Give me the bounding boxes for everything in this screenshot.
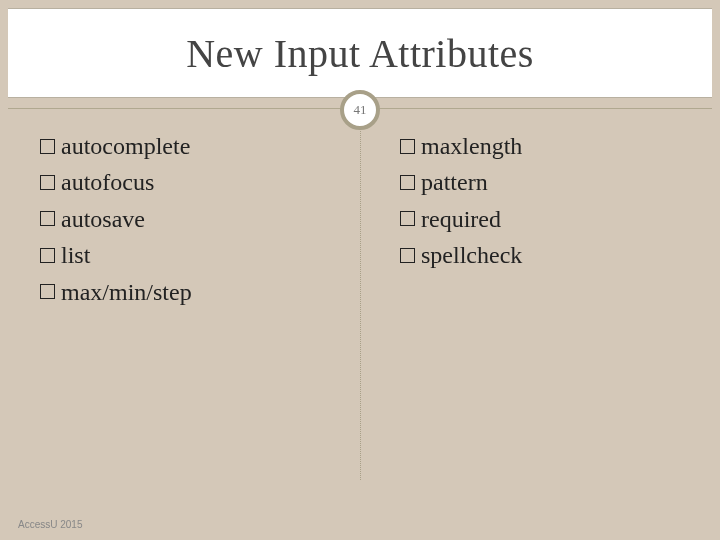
checkbox-bullet-icon bbox=[40, 211, 55, 226]
list-item: required bbox=[400, 203, 680, 235]
attribute-label: required bbox=[421, 203, 501, 235]
list-item: max/min/step bbox=[40, 276, 330, 308]
attribute-label: spellcheck bbox=[421, 239, 522, 271]
slide: New Input Attributes 41 autocomplete aut… bbox=[0, 0, 720, 540]
list-item: autocomplete bbox=[40, 130, 330, 162]
attribute-label: autocomplete bbox=[61, 130, 190, 162]
list-item: maxlength bbox=[400, 130, 680, 162]
list-item: list bbox=[40, 239, 330, 271]
list-item: pattern bbox=[400, 166, 680, 198]
checkbox-bullet-icon bbox=[40, 139, 55, 154]
checkbox-bullet-icon bbox=[40, 175, 55, 190]
checkbox-bullet-icon bbox=[400, 248, 415, 263]
list-item: autofocus bbox=[40, 166, 330, 198]
checkbox-bullet-icon bbox=[400, 139, 415, 154]
attribute-label: autosave bbox=[61, 203, 145, 235]
list-item: spellcheck bbox=[400, 239, 680, 271]
attribute-label: autofocus bbox=[61, 166, 154, 198]
page-number: 41 bbox=[354, 102, 367, 118]
slide-title: New Input Attributes bbox=[186, 30, 534, 77]
right-column: maxlength pattern required spellcheck bbox=[360, 130, 690, 490]
left-column: autocomplete autofocus autosave list max… bbox=[30, 130, 360, 490]
checkbox-bullet-icon bbox=[40, 248, 55, 263]
content-area: autocomplete autofocus autosave list max… bbox=[30, 130, 690, 490]
attribute-label: maxlength bbox=[421, 130, 522, 162]
checkbox-bullet-icon bbox=[400, 175, 415, 190]
attribute-label: max/min/step bbox=[61, 276, 192, 308]
footer-text: AccessU 2015 bbox=[18, 519, 82, 530]
list-item: autosave bbox=[40, 203, 330, 235]
checkbox-bullet-icon bbox=[40, 284, 55, 299]
attribute-label: pattern bbox=[421, 166, 488, 198]
attribute-label: list bbox=[61, 239, 90, 271]
checkbox-bullet-icon bbox=[400, 211, 415, 226]
title-band: New Input Attributes bbox=[8, 8, 712, 98]
page-number-badge: 41 bbox=[340, 90, 380, 130]
